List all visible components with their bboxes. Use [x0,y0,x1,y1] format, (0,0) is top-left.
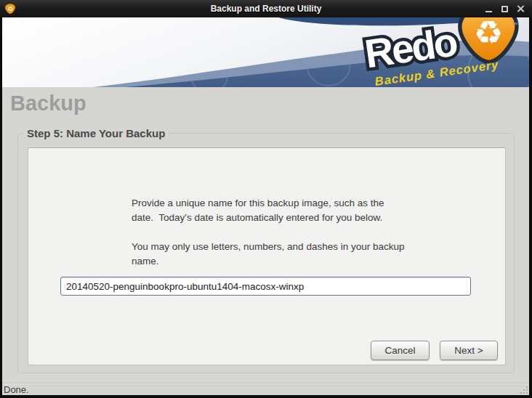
page-title: Backup [10,92,86,115]
maximize-button[interactable] [500,4,509,14]
content-panel: Provide a unique name for this backup im… [28,147,506,365]
maximize-icon [501,6,508,12]
next-button[interactable]: Next > [440,341,498,360]
logo-recycle-icon: ♻ [473,17,503,52]
close-icon: × [516,4,525,14]
status-bar: Done. [0,383,532,395]
window-border-right [529,17,532,398]
window-controls: × [484,0,525,17]
minimize-icon [485,11,492,12]
step-title: Step 5: Name Your Backup [23,127,169,139]
cancel-button[interactable]: Cancel [371,341,430,360]
backup-restore-window: ♻ Backup and Restore Utility × [0,0,532,398]
backup-name-input[interactable] [60,277,471,296]
instructions-line-2: You may only use letters, numbers, and d… [132,240,404,269]
minimize-button[interactable] [484,4,493,14]
window-border-left [0,17,2,398]
close-button[interactable]: × [516,4,525,14]
brand-banner: Redo ♻ Backup & Recovery ™ [0,17,532,87]
window-title: Backup and Restore Utility [0,4,532,14]
status-text: Done. [4,384,29,395]
titlebar: ♻ Backup and Restore Utility × [0,0,532,17]
instructions-line-1: Provide a unique name for this backup im… [132,196,384,225]
logo-trademark: ™ [512,21,518,28]
window-border-bottom [0,395,532,398]
